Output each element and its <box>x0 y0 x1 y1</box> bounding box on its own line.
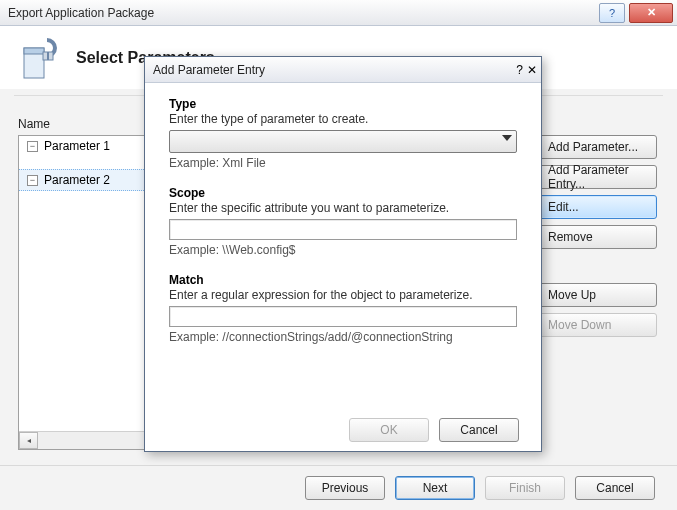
scroll-left-icon[interactable]: ◂ <box>19 432 38 449</box>
window-help-button[interactable]: ? <box>599 3 625 23</box>
edit-button[interactable]: Edit... <box>539 195 657 219</box>
scope-example: Example: \\Web.config$ <box>169 243 517 257</box>
match-example: Example: //connectionStrings/add/@connec… <box>169 330 517 344</box>
expander-icon[interactable]: − <box>27 175 38 186</box>
scope-group: Scope Enter the specific attribute you w… <box>169 186 517 257</box>
expander-icon[interactable]: − <box>27 141 38 152</box>
add-parameter-entry-button[interactable]: Add Parameter Entry... <box>539 165 657 189</box>
tree-item-label: Parameter 2 <box>44 173 110 187</box>
match-group: Match Enter a regular expression for the… <box>169 273 517 344</box>
next-button[interactable]: Next <box>395 476 475 500</box>
dialog-help-button[interactable]: ? <box>516 63 523 77</box>
scope-label: Scope <box>169 186 517 200</box>
svg-rect-1 <box>24 48 44 54</box>
side-button-panel: Add Parameter... Add Parameter Entry... … <box>539 135 657 337</box>
chevron-down-icon <box>502 135 512 141</box>
finish-button[interactable]: Finish <box>485 476 565 500</box>
dialog-ok-button[interactable]: OK <box>349 418 429 442</box>
match-label: Match <box>169 273 517 287</box>
window-title: Export Application Package <box>0 6 154 20</box>
scope-desc: Enter the specific attribute you want to… <box>169 201 517 215</box>
dialog-titlebar: Add Parameter Entry ? ✕ <box>145 57 541 83</box>
close-icon: ✕ <box>527 63 537 77</box>
dialog-cancel-button[interactable]: Cancel <box>439 418 519 442</box>
move-up-button[interactable]: Move Up <box>539 283 657 307</box>
match-desc: Enter a regular expression for the objec… <box>169 288 517 302</box>
type-group: Type Enter the type of parameter to crea… <box>169 97 517 170</box>
move-down-button[interactable]: Move Down <box>539 313 657 337</box>
dialog-body: Type Enter the type of parameter to crea… <box>145 83 541 409</box>
match-input[interactable] <box>169 306 517 327</box>
wizard-footer: Previous Next Finish Cancel <box>0 465 677 510</box>
type-label: Type <box>169 97 517 111</box>
cancel-button[interactable]: Cancel <box>575 476 655 500</box>
type-combobox[interactable] <box>169 130 517 153</box>
help-icon: ? <box>609 7 615 19</box>
type-desc: Enter the type of parameter to create. <box>169 112 517 126</box>
scope-input[interactable] <box>169 219 517 240</box>
dialog-close-button[interactable]: ✕ <box>527 63 537 77</box>
dialog-footer: OK Cancel <box>145 409 541 451</box>
remove-button[interactable]: Remove <box>539 225 657 249</box>
previous-button[interactable]: Previous <box>305 476 385 500</box>
window-close-button[interactable]: ✕ <box>629 3 673 23</box>
add-parameter-entry-dialog: Add Parameter Entry ? ✕ Type Enter the t… <box>144 56 542 452</box>
close-icon: ✕ <box>647 6 656 19</box>
add-parameter-button[interactable]: Add Parameter... <box>539 135 657 159</box>
wizard-window: Export Application Package ? ✕ Select Pa… <box>0 0 677 510</box>
type-example: Example: Xml File <box>169 156 517 170</box>
dialog-title: Add Parameter Entry <box>145 63 265 77</box>
outer-titlebar: Export Application Package ? ✕ <box>0 0 677 26</box>
package-icon <box>14 34 62 82</box>
help-icon: ? <box>516 63 523 77</box>
tree-item-label: Parameter 1 <box>44 139 110 153</box>
